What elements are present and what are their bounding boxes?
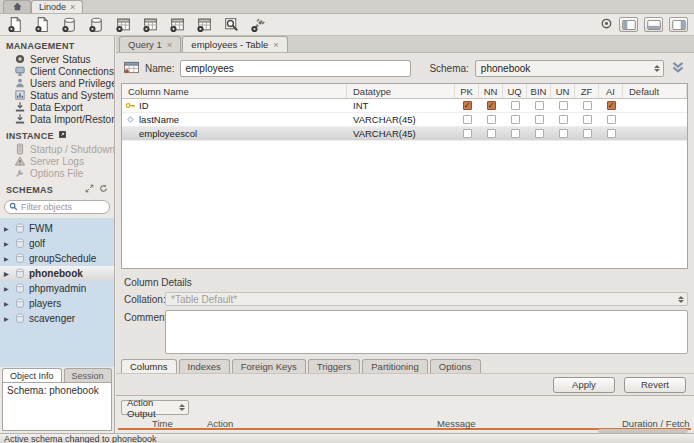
connection-tab[interactable]: Linode ×: [31, 0, 83, 13]
home-tab[interactable]: [3, 0, 31, 13]
collation-dropdown[interactable]: *Table Default*: [165, 292, 688, 306]
checkbox-ai[interactable]: ✓: [607, 129, 616, 138]
checkbox-bin[interactable]: ✓: [535, 129, 544, 138]
table-name-input[interactable]: [180, 60, 411, 77]
create-procedure-icon[interactable]: [168, 16, 186, 34]
header-flag-bin[interactable]: BIN: [527, 84, 551, 98]
instance-actions-icon[interactable]: [58, 130, 67, 141]
sidebar-item-users-and-privileges[interactable]: Users and Privileges: [0, 77, 114, 89]
schema-item-phonebook[interactable]: ▶phonebook: [0, 266, 114, 281]
schema-item-phpmyadmin[interactable]: ▶phpmyadmin: [0, 281, 114, 296]
expand-arrow-icon[interactable]: ▶: [4, 270, 11, 277]
panel-bottom-toggle-icon[interactable]: [644, 17, 663, 32]
checkbox-un[interactable]: ✓: [559, 101, 568, 110]
output-selector-dropdown[interactable]: Action Output: [121, 400, 189, 415]
checkbox-pk[interactable]: ✓: [463, 101, 472, 110]
checkbox-pk[interactable]: ✓: [463, 115, 472, 124]
tab-foreign-keys[interactable]: Foreign Keys: [232, 359, 306, 373]
schema-item-groupschedule[interactable]: ▶groupSchedule: [0, 251, 114, 266]
close-icon[interactable]: ×: [273, 39, 279, 50]
tab-session[interactable]: Session: [64, 368, 112, 382]
expand-arrow-icon[interactable]: ▶: [4, 225, 11, 232]
alter-schema-icon[interactable]: [87, 16, 105, 34]
output-header-message[interactable]: Message: [433, 418, 618, 429]
create-view-icon[interactable]: [141, 16, 159, 34]
status-icon[interactable]: [600, 17, 613, 32]
checkbox-zf[interactable]: ✓: [583, 115, 592, 124]
tab-indexes[interactable]: Indexes: [179, 359, 230, 373]
sidebar-item-data-import-restore[interactable]: Data Import/Restore: [0, 113, 114, 125]
column-row-id[interactable]: IDINT✓✓✓✓✓✓✓: [122, 99, 687, 113]
sidebar-item-data-export[interactable]: Data Export: [0, 101, 114, 113]
schema-item-fwm[interactable]: ▶FWM: [0, 221, 114, 236]
expand-arrow-icon[interactable]: ▶: [4, 240, 11, 247]
panel-left-toggle-icon[interactable]: [619, 17, 638, 32]
column-row-lastname[interactable]: lastNameVARCHAR(45)✓✓✓✓✓✓✓: [122, 113, 687, 127]
tab-options[interactable]: Options: [430, 359, 481, 373]
header-flag-zf[interactable]: ZF: [575, 84, 599, 98]
checkbox-un[interactable]: ✓: [559, 129, 568, 138]
search-table-data-icon[interactable]: [222, 16, 240, 34]
close-icon[interactable]: ×: [167, 39, 173, 50]
output-header-duration-fetch[interactable]: Duration / Fetch: [618, 418, 691, 429]
sidebar-item-startup-shutdown[interactable]: Startup / Shutdown: [0, 143, 114, 155]
header-flag-nn[interactable]: NN: [479, 84, 503, 98]
create-function-icon[interactable]: [195, 16, 213, 34]
header-flag-pk[interactable]: PK: [455, 84, 479, 98]
expand-arrow-icon[interactable]: ▶: [4, 315, 11, 322]
header-flag-un[interactable]: UN: [551, 84, 575, 98]
sidebar-item-client-connections[interactable]: Client Connections: [0, 65, 114, 77]
checkbox-bin[interactable]: ✓: [535, 101, 544, 110]
checkbox-nn[interactable]: ✓: [487, 129, 496, 138]
create-table-icon[interactable]: [114, 16, 132, 34]
schema-filter-box[interactable]: [4, 200, 110, 214]
checkbox-nn[interactable]: ✓: [487, 101, 496, 110]
reconnect-database-icon[interactable]: [249, 16, 267, 34]
close-icon[interactable]: ×: [70, 2, 75, 12]
checkbox-uq[interactable]: ✓: [511, 129, 520, 138]
header-column-name[interactable]: Column Name: [122, 84, 347, 98]
tab-columns[interactable]: Columns: [121, 359, 177, 373]
tab-triggers[interactable]: Triggers: [308, 359, 361, 373]
schema-dropdown[interactable]: phonebook: [475, 60, 664, 77]
filter-objects-input[interactable]: [21, 202, 101, 212]
apply-button[interactable]: Apply: [553, 377, 615, 393]
checkbox-ai[interactable]: ✓: [607, 115, 616, 124]
schema-item-golf[interactable]: ▶golf: [0, 236, 114, 251]
open-sql-script-icon[interactable]: [33, 16, 51, 34]
checkbox-zf[interactable]: ✓: [583, 101, 592, 110]
checkbox-zf[interactable]: ✓: [583, 129, 592, 138]
revert-button[interactable]: Revert: [624, 377, 686, 393]
expand-arrow-icon[interactable]: ▶: [4, 300, 11, 307]
expand-arrow-icon[interactable]: ▶: [4, 285, 11, 292]
output-header-action[interactable]: Action: [203, 418, 433, 429]
expand-arrow-icon[interactable]: ▶: [4, 255, 11, 262]
header-datatype[interactable]: Datatype: [347, 84, 455, 98]
header-flag-uq[interactable]: UQ: [503, 84, 527, 98]
comment-textarea[interactable]: [165, 310, 688, 354]
sidebar-item-status-and-system-variables[interactable]: Status and System Variables: [0, 89, 114, 101]
sidebar-item-options-file[interactable]: Options File: [0, 167, 114, 179]
schema-item-players[interactable]: ▶players: [0, 296, 114, 311]
editor-tab-employees-table[interactable]: employees - Table×: [182, 36, 288, 52]
tab-object-info[interactable]: Object Info: [2, 368, 62, 382]
header-default[interactable]: Default: [623, 84, 687, 98]
schema-item-scavenger[interactable]: ▶scavenger: [0, 311, 114, 326]
output-header-time[interactable]: Time: [148, 418, 203, 429]
checkbox-uq[interactable]: ✓: [511, 115, 520, 124]
column-row-employeescol[interactable]: employeescolVARCHAR(45)✓✓✓✓✓✓✓: [122, 127, 687, 141]
refresh-schemas-icon[interactable]: [99, 184, 108, 195]
expand-schemas-icon[interactable]: [85, 184, 94, 195]
checkbox-ai[interactable]: ✓: [607, 101, 616, 110]
checkbox-bin[interactable]: ✓: [535, 115, 544, 124]
sidebar-item-server-logs[interactable]: Server Logs: [0, 155, 114, 167]
create-schema-icon[interactable]: [60, 16, 78, 34]
checkbox-pk[interactable]: ✓: [463, 129, 472, 138]
checkbox-nn[interactable]: ✓: [487, 115, 496, 124]
header-flag-ai[interactable]: AI: [599, 84, 623, 98]
tab-partitioning[interactable]: Partitioning: [362, 359, 428, 373]
collapse-header-chevron-icon[interactable]: [670, 61, 686, 76]
panel-right-toggle-icon[interactable]: [669, 17, 688, 32]
new-query-icon[interactable]: [6, 16, 24, 34]
checkbox-un[interactable]: ✓: [559, 115, 568, 124]
